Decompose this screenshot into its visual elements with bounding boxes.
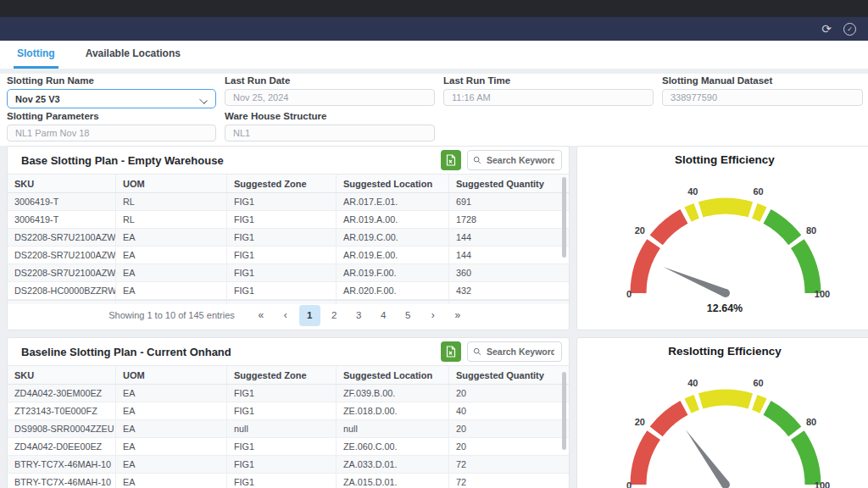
- warehouse-structure-input[interactable]: [225, 125, 435, 141]
- field-label: Last Run Date: [225, 75, 435, 86]
- column-header[interactable]: SKU: [8, 366, 116, 384]
- table-row[interactable]: DS2208-SR7U2100AZWEAFIG1AR.019.F.00.360: [8, 264, 569, 282]
- table-body: 3006419-TRLFIG1AR.017.E.01.6913006419-TR…: [8, 193, 569, 304]
- card-title: Base Slotting Plan - Empty Warehouse: [21, 154, 224, 167]
- column-header[interactable]: Suggested Quantity: [449, 366, 569, 384]
- table-row[interactable]: DS2208-SR7U2100AZWEAFIG1AR.019.C.00.144: [8, 229, 569, 247]
- table-header-row: SKUUOMSuggested ZoneSuggested LocationSu…: [8, 365, 569, 385]
- table-row[interactable]: DS9908-SRR0004ZZEUEAnullnull20: [8, 420, 569, 438]
- column-header[interactable]: Suggested Zone: [227, 366, 337, 384]
- table-row[interactable]: ZT23143-T0E000FZEAFIG1ZE.018.D.00.40: [8, 402, 569, 420]
- search-input[interactable]: [485, 346, 556, 358]
- last-run-date-input[interactable]: [225, 89, 435, 106]
- field-label: Slotting Parameters: [7, 111, 216, 121]
- svg-text:20: 20: [635, 225, 645, 236]
- column-header[interactable]: Suggested Location: [337, 175, 449, 192]
- page-button-5[interactable]: 5: [398, 305, 419, 326]
- reslotting-efficiency-card: Reslotting Efficiency 020406080100: [576, 337, 868, 488]
- table-cell: FIG1: [227, 211, 337, 228]
- table-cell: AR.020.F.00.: [337, 282, 449, 299]
- table-cell: FIG1: [227, 247, 337, 263]
- last-run-time-input[interactable]: [443, 89, 654, 106]
- column-header[interactable]: Suggested Quantity: [449, 175, 569, 192]
- refresh-icon[interactable]: ⟳: [821, 23, 832, 35]
- table-row[interactable]: ZD4A042-30EM00EZEAFIG1ZF.039.B.00.20: [8, 385, 569, 402]
- page-button-1[interactable]: 1: [299, 305, 320, 326]
- top-navbar: ⟳ ✓: [0, 17, 868, 41]
- table-cell: 3006419-T: [8, 193, 116, 210]
- slotting-efficiency-card: Slotting Efficiency 020406080100 12.64%: [576, 146, 868, 330]
- export-file-icon: [446, 346, 456, 358]
- page-button-2[interactable]: 2: [324, 305, 345, 326]
- search-box: [467, 150, 562, 170]
- table-cell: 20: [449, 420, 569, 437]
- card-title: Baseline Slotting Plan - Current Onhand: [21, 346, 231, 358]
- table-cell: 1728: [449, 211, 569, 228]
- column-header[interactable]: Suggested Zone: [227, 175, 337, 192]
- table-cell: ZE.060.C.00.: [337, 438, 449, 455]
- page-button-3[interactable]: 3: [348, 305, 370, 326]
- table-cell: EA: [116, 264, 227, 281]
- table-cell: ZT23143-T0E000FZ: [8, 402, 116, 419]
- table-body: ZD4A042-30EM00EZEAFIG1ZF.039.B.00.20ZT23…: [8, 385, 569, 488]
- search-input[interactable]: [485, 154, 556, 166]
- table-scrollbar[interactable]: [562, 177, 566, 258]
- table-row[interactable]: DS2208-SR7U2100AZWEAFIG1AR.019.E.00.144: [8, 247, 569, 264]
- table-cell: FIG1: [227, 229, 337, 246]
- table-row[interactable]: BTRY-TC7X-46MAH-10EAFIG1ZA.015.D.01.72: [8, 474, 569, 488]
- pagination: Showing 1 to 10 of 145 entries « ‹ 12345…: [8, 300, 569, 330]
- table-row[interactable]: 3006419-TRLFIG1AR.017.E.01.691: [8, 193, 569, 211]
- last-page-button[interactable]: »: [447, 305, 468, 326]
- table-cell: ZF.039.B.00.: [337, 385, 449, 402]
- table-cell: AR.019.F.00.: [337, 264, 449, 281]
- page-button-4[interactable]: 4: [373, 305, 394, 326]
- table-cell: 40: [449, 402, 569, 419]
- table-cell: EA: [116, 385, 227, 402]
- field-label: Slotting Manual Dataset: [662, 75, 863, 86]
- table-cell: FIG1: [227, 282, 337, 299]
- table-cell: BTRY-TC7X-46MAH-10: [8, 474, 116, 488]
- table-cell: ZE.018.D.00.: [337, 402, 449, 419]
- svg-text:40: 40: [687, 186, 698, 197]
- baseline-slotting-plan-card: Baseline Slotting Plan - Current Onhand …: [7, 337, 570, 488]
- prev-page-button[interactable]: ‹: [275, 305, 296, 326]
- table-row[interactable]: BTRY-TC7X-46MAH-10EAFIG1ZA.033.D.01.72: [8, 456, 569, 474]
- table-cell: EA: [116, 420, 227, 437]
- svg-text:60: 60: [754, 186, 764, 197]
- column-header[interactable]: UOM: [116, 366, 227, 384]
- table-cell: FIG1: [227, 438, 337, 455]
- table-scrollbar[interactable]: [562, 372, 566, 450]
- table-cell: AR.019.E.00.: [337, 247, 449, 263]
- table-cell: EA: [116, 229, 227, 246]
- export-button[interactable]: [441, 341, 461, 362]
- svg-text:20: 20: [635, 417, 645, 427]
- table-cell: RL: [116, 211, 227, 228]
- column-header[interactable]: SKU: [8, 175, 116, 192]
- table-row[interactable]: DS2208-HC0000BZZRWEAFIG1AR.020.F.00.432: [8, 282, 569, 300]
- next-page-button[interactable]: ›: [422, 305, 443, 326]
- slotting-run-name-select[interactable]: Nov 25 V3: [7, 89, 216, 108]
- tab-available-locations[interactable]: Available Locations: [82, 41, 184, 69]
- table-cell: DS2208-SR7U2100AZW: [8, 229, 116, 246]
- check-circle-icon[interactable]: ✓: [843, 23, 856, 36]
- app-window: ⟳ ✓ Slotting Available Locations Slottin…: [0, 0, 868, 488]
- field-last-run-time: Last Run Time: [443, 75, 654, 106]
- table-row[interactable]: ZD4A042-D0EE00EZEAFIG1ZE.060.C.00.20: [8, 438, 569, 456]
- export-button[interactable]: [441, 150, 461, 170]
- tab-slotting[interactable]: Slotting: [14, 41, 58, 69]
- table-cell: RL: [116, 193, 227, 210]
- table-cell: 144: [449, 229, 569, 246]
- form-panel: Slotting Run Name Nov 25 V3 Last Run Dat…: [0, 74, 868, 146]
- column-header[interactable]: UOM: [116, 175, 227, 192]
- field-slotting-run-name: Slotting Run Name Nov 25 V3: [7, 75, 216, 108]
- table-cell: 691: [449, 193, 569, 210]
- column-header[interactable]: Suggested Location: [337, 366, 449, 384]
- table-cell: 360: [449, 264, 569, 281]
- table-row[interactable]: 3006419-TRLFIG1AR.019.A.00.1728: [8, 211, 569, 229]
- slotting-parameters-input[interactable]: [7, 125, 216, 141]
- svg-text:100: 100: [815, 289, 830, 299]
- first-page-button[interactable]: «: [250, 305, 271, 326]
- slotting-manual-dataset-input[interactable]: [662, 89, 863, 106]
- table-cell: 20: [449, 438, 569, 455]
- table-cell: AR.019.C.00.: [337, 229, 449, 246]
